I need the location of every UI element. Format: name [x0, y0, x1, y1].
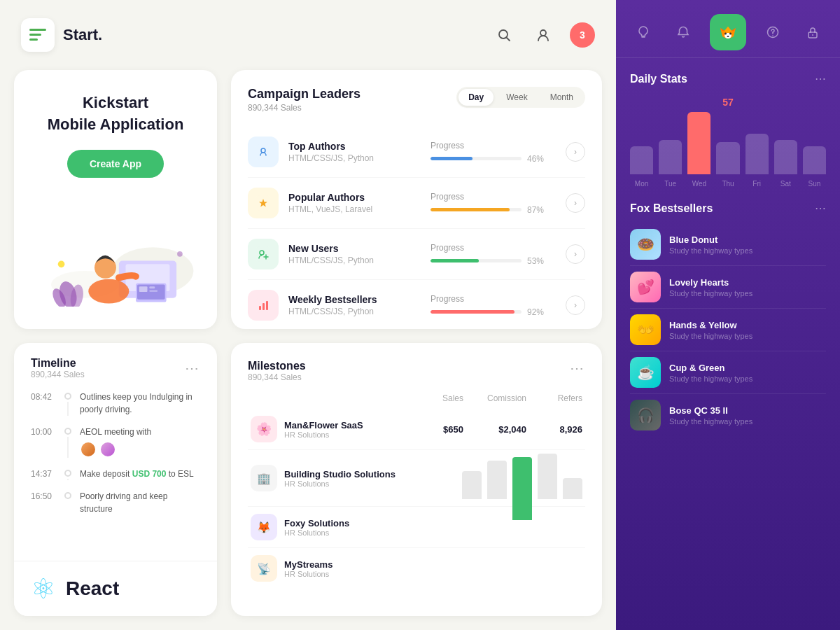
svg-point-2 [540, 30, 546, 36]
popular-authors-progress: Progress 87% [430, 192, 559, 215]
fox-item-lovely-hearts: 💕 Lovely Hearts Study the highway types [630, 266, 826, 309]
fox-item-blue-donut: 🍩 Blue Donut Study the highway types [630, 223, 826, 266]
campaign-subtitle: 890,344 Sales [248, 103, 360, 113]
svg-point-31 [729, 33, 732, 35]
timeline-item-2: 10:00 AEOL meeting with [31, 426, 200, 458]
fox-thumb-hands-yellow: 👐 [630, 314, 661, 345]
milestones-title: Milestones [248, 360, 306, 372]
top-authors-info: Top Authors HTML/CSS/JS, Python [288, 141, 416, 163]
fox-bestsellers-title: Fox Bestsellers [630, 202, 713, 215]
tab-month[interactable]: Month [540, 89, 583, 106]
kickstart-title: Kickstart Mobile Application [48, 92, 184, 136]
ms-row-manflower: 🌸 Man&Flower SaaS HR Solutions $650 $2,0… [248, 409, 585, 450]
timeline-header: Timeline 890,344 Sales ⋯ [31, 357, 200, 379]
sidebar-nav-lock[interactable] [799, 18, 827, 46]
chart-bars [630, 112, 826, 174]
tab-day[interactable]: Day [458, 89, 493, 106]
ms-row-building-studio: 🏢 Building Studio Solutions HR Solutions [248, 450, 585, 507]
weekly-bestsellers-info: Weekly Bestsellers HTML/CSS/JS, Python [288, 294, 416, 316]
fox-item-cup-green: ☕ Cup & Green Study the highway types [630, 351, 826, 394]
weekly-bestsellers-arrow[interactable]: › [566, 295, 585, 315]
fox-thumb-bose-qc35: 🎧 [630, 400, 661, 430]
svg-rect-16 [149, 290, 158, 292]
campaign-tabs: Day Week Month [456, 87, 585, 108]
top-authors-arrow[interactable]: › [566, 142, 585, 162]
weekly-bestsellers-icon [248, 290, 279, 321]
create-app-button[interactable]: Create App [67, 150, 164, 178]
ms-bar-3-green [512, 457, 532, 520]
sidebar: Daily Stats ⋯ 57 Mon Tue Wed Thu Fri Sat [616, 0, 840, 630]
new-users-icon [248, 239, 279, 270]
content-grid: Kickstart Mobile Application Create App [0, 70, 616, 630]
top-authors-name: Top Authors [288, 141, 416, 152]
campaign-row-top-authors: Top Authors HTML/CSS/JS, Python Progress… [248, 127, 585, 178]
header-left: Start. [21, 18, 102, 52]
campaign-row-weekly-bestsellers: Weekly Bestsellers HTML/CSS/JS, Python P… [248, 280, 585, 329]
svg-rect-25 [259, 306, 261, 310]
sidebar-nav-bell[interactable] [669, 18, 697, 46]
sidebar-nav-bulb[interactable] [629, 18, 657, 46]
timeline-item-1: 08:42 Outlines keep you Indulging in poo… [31, 391, 200, 416]
svg-rect-27 [266, 301, 268, 310]
milestones-card: Milestones 890,344 Sales ⋯ Sales Comissi… [231, 343, 602, 616]
svg-rect-26 [262, 303, 265, 310]
ms-header-refers: Refers [526, 393, 582, 403]
svg-point-34 [772, 35, 774, 36]
campaign-card: Campaign Leaders 890,344 Sales Day Week … [231, 70, 602, 329]
sidebar-nav-fox[interactable] [710, 14, 746, 50]
popular-authors-arrow[interactable]: › [566, 193, 585, 213]
svg-point-17 [58, 260, 65, 267]
ms-foxy-icon: 🦊 [251, 514, 277, 540]
ms-row-foxy: 🦊 Foxy Solutions HR Solutions [248, 507, 585, 548]
notification-badge[interactable]: 3 [570, 22, 595, 48]
top-authors-tech: HTML/CSS/JS, Python [288, 153, 416, 163]
weekly-bestsellers-progress: Progress 92% [430, 294, 559, 317]
popular-authors-tech: HTML, VueJS, Laravel [288, 204, 416, 214]
popular-authors-name: Popular Authors [288, 192, 416, 203]
fox-thumb-lovely-hearts: 💕 [630, 272, 661, 302]
milestones-subtitle: 890,344 Sales [248, 372, 306, 382]
svg-rect-19 [255, 144, 271, 160]
timeline-card: Timeline 890,344 Sales ⋯ 08:42 Outlines … [14, 343, 217, 616]
ms-bar-2 [487, 461, 507, 499]
tab-week[interactable]: Week [496, 89, 537, 106]
ms-bar-1 [462, 471, 482, 499]
daily-stats-expand[interactable]: ⋯ [815, 72, 826, 85]
ms-header-comission: Comission [463, 393, 526, 403]
svg-point-32 [727, 36, 729, 37]
top-authors-progress: Progress 46% [430, 141, 559, 164]
fox-bestsellers-header: Fox Bestsellers ⋯ [630, 202, 826, 215]
fox-item-hands-yellow: 👐 Hands & Yellow Study the highway types [630, 309, 826, 351]
timeline-menu[interactable]: ⋯ [185, 360, 200, 377]
sidebar-content: Daily Stats ⋯ 57 Mon Tue Wed Thu Fri Sat [616, 58, 840, 630]
sidebar-nav [616, 0, 840, 58]
campaign-row-popular-authors: Popular Authors HTML, VueJS, Laravel Pro… [248, 178, 585, 229]
svg-point-18 [177, 251, 183, 257]
weekly-bestsellers-name: Weekly Bestsellers [288, 294, 416, 305]
daily-stats-title: Daily Stats [630, 73, 687, 85]
popular-authors-info: Popular Authors HTML, VueJS, Laravel [288, 192, 416, 214]
weekly-bestsellers-tech: HTML/CSS/JS, Python [288, 307, 416, 316]
search-icon[interactable] [491, 22, 517, 48]
ms-bar-5 [563, 478, 582, 499]
logo-box [21, 18, 55, 52]
svg-line-1 [507, 38, 510, 41]
daily-stats-header: Daily Stats ⋯ [630, 72, 826, 85]
new-users-arrow[interactable]: › [566, 244, 585, 264]
ms-manflower-icon: 🌸 [251, 416, 277, 442]
svg-rect-14 [139, 286, 148, 292]
user-icon[interactable] [531, 22, 556, 48]
header: Start. 3 [0, 0, 616, 70]
fox-bestsellers-expand[interactable]: ⋯ [815, 202, 826, 215]
react-logo-icon: ⚛ [31, 573, 56, 605]
app-title: Start. [63, 26, 102, 44]
react-footer: ⚛ React [14, 561, 217, 616]
campaign-header: Campaign Leaders 890,344 Sales Day Week … [248, 87, 585, 113]
new-users-info: New Users HTML/CSS/JS, Python [288, 243, 416, 265]
sidebar-nav-help[interactable] [759, 18, 787, 46]
popular-authors-icon [248, 188, 279, 218]
top-authors-icon [248, 136, 279, 167]
timeline-item-4: 16:50 Poorly driving and keep structure [31, 490, 200, 515]
milestones-menu[interactable]: ⋯ [570, 360, 585, 377]
milestones-header: Milestones 890,344 Sales ⋯ [248, 360, 585, 382]
